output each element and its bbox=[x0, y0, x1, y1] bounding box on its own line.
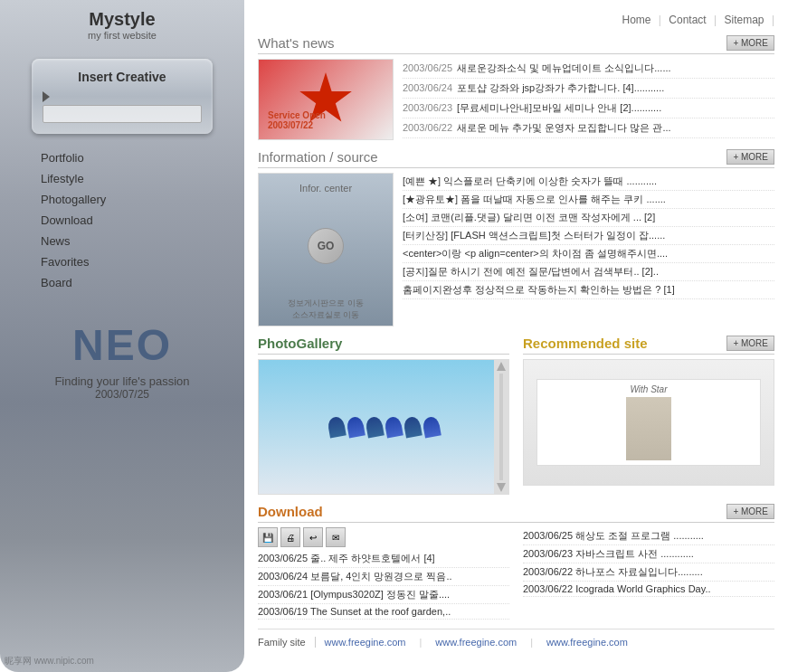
news-image: Service Open 2003/07/22 bbox=[258, 59, 394, 140]
sidebar-item-portfolio[interactable]: Portfolio bbox=[32, 147, 213, 168]
nav-divider-1: | bbox=[659, 14, 661, 26]
print-toolbar-button[interactable]: 🖨 bbox=[280, 527, 300, 547]
with-star-text: With Star bbox=[542, 384, 755, 394]
news-item: 2003/06/23[무료세미나안내]모바일 세미나 안내 [2].......… bbox=[403, 99, 774, 118]
neo-subtitle: Finding your life's passion bbox=[54, 374, 189, 388]
recommended-title: Recommended site bbox=[523, 336, 648, 351]
photo-list-item: 2003/06/21 [Olympus3020Z] 정동진 말줄.... bbox=[258, 586, 509, 604]
photo-list-item: 2003/06/24 보름달, 4인치 망원경으로 찍음.. bbox=[258, 568, 509, 586]
download-item: 2003/06/22 하나포스 자료실입니다......... bbox=[523, 563, 774, 582]
scroll-down-icon[interactable] bbox=[497, 483, 506, 492]
sitemap-link[interactable]: Sitemap bbox=[725, 14, 764, 26]
info-item: [터키산장] [FLASH 액션스크립트]첫 스터터가 일정이 잡...... bbox=[403, 227, 774, 245]
neo-title: NEO bbox=[54, 320, 189, 370]
scroll-up-icon[interactable] bbox=[497, 362, 506, 371]
photo-list: 💾 🖨 ↩ ✉ 2003/06/25 줄.. 제주 하얏트호텔에서 [4] 20… bbox=[258, 527, 509, 620]
sidebar-item-board[interactable]: Board bbox=[32, 272, 213, 293]
recommended-more-button[interactable]: + MORE bbox=[726, 336, 774, 351]
whats-news-header: What's news + MORE bbox=[258, 35, 774, 54]
whats-news-section: What's news + MORE Service Open 2003/07/… bbox=[258, 35, 774, 140]
bottom-sections: PhotoGallery bbox=[258, 336, 774, 495]
whats-news-more-button[interactable]: + MORE bbox=[726, 35, 774, 51]
info-item: 홈페이지완성후 정상적으로 작동하는지 확인하는 방법은 ? [1] bbox=[403, 281, 774, 299]
umbrella-icon bbox=[384, 416, 403, 439]
photo-list-item: 2003/06/25 줄.. 제주 하얏트호텔에서 [4] bbox=[258, 550, 509, 568]
whats-news-title: What's news bbox=[258, 35, 335, 51]
news-content: Service Open 2003/07/22 2003/06/25새로운강좌소… bbox=[258, 59, 774, 140]
photo-gallery-section: PhotoGallery bbox=[258, 336, 509, 495]
information-section: Information / source + MORE Infor. cente… bbox=[258, 149, 774, 327]
umbrella-icon bbox=[365, 416, 385, 439]
watermark: 昵享网 www.nipic.com bbox=[5, 655, 94, 667]
main-nav: Portfolio Lifestyle Photogallery Downloa… bbox=[32, 147, 213, 293]
nav-divider-2: | bbox=[714, 14, 717, 26]
info-bottom-text: 정보게시판으로 이동 소스자료실로 이동 bbox=[288, 298, 364, 321]
photo-list-item: 2003/06/19 The Sunset at the roof garden… bbox=[258, 604, 509, 620]
family-sep: | bbox=[530, 637, 533, 648]
sidebar-item-download[interactable]: Download bbox=[32, 210, 213, 231]
download-title: Download bbox=[258, 504, 323, 519]
news-list: 2003/06/25새로운강좌소식 및 메뉴업데이트 소식입니다...... 2… bbox=[403, 59, 774, 140]
sidebar-item-lifestyle[interactable]: Lifestyle bbox=[32, 168, 213, 189]
download-list: 2003/06/25 해상도 조절 프로그램 ........... 2003/… bbox=[523, 527, 774, 620]
download-item: 2003/06/22 Icograda World Graphics Day.. bbox=[523, 582, 774, 597]
download-item: 2003/06/25 해상도 조절 프로그램 ........... bbox=[523, 527, 774, 545]
info-item: [예쁜 ★] 익스플로러 단축키에 이상한 숫자가 뜰때 ........... bbox=[403, 173, 774, 191]
info-image: Infor. center GO 정보게시판으로 이동 소스자료실로 이동 bbox=[258, 173, 394, 327]
sidebar-item-photogallery[interactable]: Photogallery bbox=[32, 189, 213, 210]
download-more-button[interactable]: + MORE bbox=[726, 504, 774, 519]
nav-divider-3: | bbox=[772, 14, 774, 26]
site-subtitle: my first website bbox=[88, 30, 157, 41]
umbrella-icon bbox=[422, 416, 441, 439]
triangle-icon bbox=[43, 91, 50, 102]
recommended-header: Recommended site + MORE bbox=[523, 336, 774, 355]
save-toolbar-button[interactable]: 💾 bbox=[258, 527, 278, 547]
download-header: Download + MORE bbox=[258, 504, 774, 523]
family-link-2[interactable]: www.freegine.com bbox=[435, 637, 517, 648]
site-title: Mystyle bbox=[88, 9, 157, 30]
family-site-section: Family site www.freegine.com | www.freeg… bbox=[258, 629, 774, 655]
recommended-image: With Star bbox=[523, 359, 774, 486]
info-content: Infor. center GO 정보게시판으로 이동 소스자료실로 이동 [예… bbox=[258, 173, 774, 327]
go-button[interactable]: GO bbox=[308, 228, 344, 264]
recommended-inner: With Star bbox=[536, 379, 761, 466]
sidebar: Mystyle my first website Insert Creative… bbox=[0, 0, 244, 672]
top-navigation: Home | Contact | Sitemap | bbox=[258, 9, 774, 31]
email-toolbar-button[interactable]: ✉ bbox=[326, 527, 346, 547]
umbrella-icon bbox=[403, 416, 422, 439]
photo-scroll bbox=[494, 360, 508, 494]
contact-link[interactable]: Contact bbox=[669, 14, 706, 26]
information-title: Information / source bbox=[258, 149, 378, 165]
insert-creative-input[interactable] bbox=[43, 105, 202, 123]
info-list: [예쁜 ★] 익스플로러 단축키에 이상한 숫자가 뜰때 ...........… bbox=[403, 173, 774, 327]
photo-gallery-header: PhotoGallery bbox=[258, 336, 509, 355]
umbrella-shapes bbox=[328, 417, 440, 437]
service-open-text: Service Open 2003/07/22 bbox=[268, 110, 326, 130]
news-item: 2003/06/25새로운강좌소식 및 메뉴업데이트 소식입니다...... bbox=[403, 59, 774, 79]
family-link-3[interactable]: www.freegine.com bbox=[546, 637, 628, 648]
info-center-text: Infor. center bbox=[299, 183, 352, 194]
info-item: <center>이랑 <p align=center>의 차이점 좀 설명해주시… bbox=[403, 245, 774, 263]
neo-section: NEO Finding your life's passion 2003/07/… bbox=[54, 320, 189, 401]
family-link-1[interactable]: www.freegine.com bbox=[325, 637, 406, 648]
home-link[interactable]: Home bbox=[622, 14, 651, 26]
umbrella-icon bbox=[346, 416, 366, 439]
recommended-section: Recommended site + MORE With Star bbox=[523, 336, 774, 495]
info-item: [공지]질문 하시기 전에 예전 질문/답변에서 검색부터.. [2].. bbox=[403, 263, 774, 281]
sidebar-item-favorites[interactable]: Favorites bbox=[32, 251, 213, 272]
photo-gallery-image bbox=[258, 359, 509, 495]
back-toolbar-button[interactable]: ↩ bbox=[303, 527, 323, 547]
sidebar-item-news[interactable]: News bbox=[32, 231, 213, 251]
information-more-button[interactable]: + MORE bbox=[726, 149, 774, 165]
information-header: Information / source + MORE bbox=[258, 149, 774, 168]
insert-creative-panel: Insert Creative bbox=[32, 59, 213, 134]
toolbar: 💾 🖨 ↩ ✉ bbox=[258, 527, 509, 547]
family-sep: | bbox=[419, 637, 422, 648]
site-logo: Mystyle my first website bbox=[88, 9, 157, 41]
recommended-person-image bbox=[626, 397, 671, 460]
main-content: Home | Contact | Sitemap | What's news +… bbox=[244, 0, 788, 672]
info-item: [소여] 코맨(리플.댓글) 달리면 이전 코맨 작성자에게 ... [2] bbox=[403, 209, 774, 227]
family-links: www.freegine.com | www.freegine.com | ww… bbox=[325, 637, 774, 648]
download-section: Download + MORE 💾 🖨 ↩ ✉ 2003/06/25 줄.. 제… bbox=[258, 504, 774, 620]
scroll-track bbox=[499, 374, 503, 480]
